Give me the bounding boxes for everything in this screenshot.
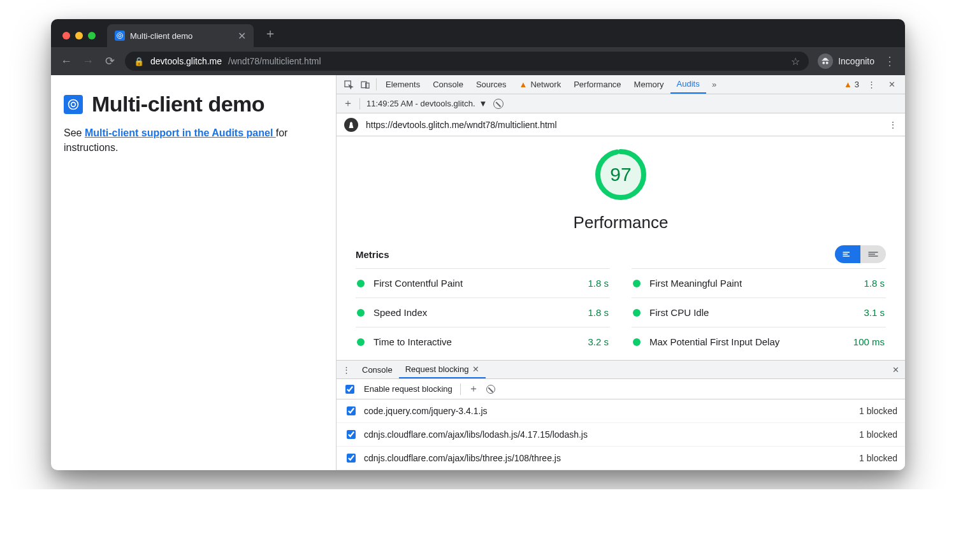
incognito-indicator[interactable]: Incognito xyxy=(818,54,874,69)
tab-network-label: Network xyxy=(530,80,561,89)
chevron-down-icon: ▼ xyxy=(479,99,488,108)
status-dot-icon xyxy=(633,280,641,287)
back-button[interactable]: ← xyxy=(60,55,73,68)
drawer-tab-bar: ⋮ Console Request blocking ✕ ✕ xyxy=(337,360,905,379)
page-heading: Multi-client demo xyxy=(64,92,323,117)
minimize-window-icon[interactable] xyxy=(75,32,83,39)
metric-fci: First CPU Idle 3.1 s xyxy=(632,298,886,327)
clear-patterns-icon[interactable] xyxy=(486,385,495,394)
drawer-tab-console[interactable]: Console xyxy=(356,361,399,378)
block-row-checkbox[interactable] xyxy=(347,454,356,463)
tab-memory[interactable]: Memory xyxy=(628,75,670,94)
warning-icon: ▲ xyxy=(844,80,852,89)
see-prefix: See xyxy=(64,127,85,138)
incognito-label: Incognito xyxy=(838,56,874,66)
tab-performance[interactable]: Performance xyxy=(567,75,627,94)
block-row: code.jquery.com/jquery-3.4.1.js 1 blocke… xyxy=(337,399,905,423)
metric-si: Speed Index 1.8 s xyxy=(356,298,610,327)
lighthouse-icon xyxy=(344,118,358,132)
metrics-view-toggle[interactable] xyxy=(835,245,886,263)
instructions-link[interactable]: Multi-client support in the Audits panel xyxy=(85,127,276,138)
devtools-settings-icon[interactable]: ⋮ xyxy=(863,80,880,89)
warning-count-badge[interactable]: ▲ 3 xyxy=(844,80,859,89)
tab-sources[interactable]: Sources xyxy=(470,75,513,94)
drawer-close-icon[interactable]: ✕ xyxy=(886,361,905,378)
close-drawer-tab-icon[interactable]: ✕ xyxy=(472,364,479,374)
incognito-icon xyxy=(818,54,833,69)
lock-icon: 🔒 xyxy=(134,57,144,66)
audits-toolbar: ＋ 11:49:25 AM - devtools.glitch. ▼ xyxy=(337,94,905,113)
inspect-element-icon[interactable] xyxy=(340,75,357,94)
page-logo-icon xyxy=(64,95,83,114)
close-tab-icon[interactable]: ✕ xyxy=(238,30,246,42)
tab-console[interactable]: Console xyxy=(426,75,470,94)
audit-row-menu-icon[interactable]: ⋮ xyxy=(888,120,897,130)
metric-tti: Time to Interactive 3.2 s xyxy=(356,327,610,356)
drawer-menu-icon[interactable]: ⋮ xyxy=(337,361,356,378)
warning-count: 3 xyxy=(855,80,859,89)
metric-value: 3.1 s xyxy=(864,307,885,318)
address-bar[interactable]: 🔒 devtools.glitch.me/wndt78/multiclient.… xyxy=(125,52,809,71)
block-pattern: cdnjs.cloudflare.com/ajax/libs/three.js/… xyxy=(364,453,561,463)
enable-blocking-label: Enable request blocking xyxy=(364,384,453,394)
more-tabs-icon[interactable]: » xyxy=(706,75,723,94)
metric-value: 3.2 s xyxy=(588,336,609,347)
block-row: cdnjs.cloudflare.com/ajax/libs/three.js/… xyxy=(337,447,905,470)
tab-network[interactable]: ▲Network xyxy=(513,75,568,94)
request-blocking-toolbar: Enable request blocking ＋ xyxy=(337,379,905,399)
zoom-window-icon[interactable] xyxy=(88,32,96,39)
status-dot-icon xyxy=(633,338,641,346)
device-toolbar-icon[interactable] xyxy=(357,75,373,94)
metric-fcp: First Contentful Paint 1.8 s xyxy=(356,268,610,298)
tab-title: Multi-client demo xyxy=(130,31,233,41)
metrics-grid: First Contentful Paint 1.8 s First Meani… xyxy=(356,268,886,356)
lighthouse-report: 97 Performance Metrics xyxy=(337,136,905,360)
block-count: 1 blocked xyxy=(859,453,897,463)
metric-label: First Contentful Paint xyxy=(373,278,463,289)
blocked-patterns-list: code.jquery.com/jquery-3.4.1.js 1 blocke… xyxy=(337,399,905,470)
tab-elements[interactable]: Elements xyxy=(379,75,426,94)
metric-label: Time to Interactive xyxy=(373,336,452,347)
block-row-checkbox[interactable] xyxy=(347,430,356,439)
score-value: 97 xyxy=(594,148,648,201)
metric-value: 1.8 s xyxy=(588,278,609,289)
page-heading-text: Multi-client demo xyxy=(92,92,264,117)
block-pattern: code.jquery.com/jquery-3.4.1.js xyxy=(364,406,488,416)
new-audit-button[interactable]: ＋ xyxy=(343,97,353,110)
add-pattern-button[interactable]: ＋ xyxy=(468,382,479,396)
tab-audits[interactable]: Audits xyxy=(670,75,706,94)
metric-value: 1.8 s xyxy=(588,307,609,318)
block-row: cdnjs.cloudflare.com/ajax/libs/lodash.js… xyxy=(337,423,905,447)
audit-snapshot-dropdown[interactable]: 11:49:25 AM - devtools.glitch. ▼ xyxy=(366,99,487,108)
enable-blocking-checkbox[interactable] xyxy=(345,385,354,394)
view-compact-icon[interactable] xyxy=(835,245,860,263)
clear-audits-icon[interactable] xyxy=(493,99,503,109)
view-expanded-icon[interactable] xyxy=(860,245,886,263)
drawer-tab-request-blocking[interactable]: Request blocking ✕ xyxy=(399,361,486,378)
new-tab-button[interactable]: ＋ xyxy=(264,25,277,42)
separator xyxy=(460,384,461,395)
separator xyxy=(359,98,360,110)
audit-snapshot-label: 11:49:25 AM - devtools.glitch. xyxy=(366,99,475,108)
close-window-icon[interactable] xyxy=(62,32,70,39)
svg-point-2 xyxy=(69,99,78,109)
audit-url-row: https://devtools.glitch.me/wndt78/multic… xyxy=(337,113,905,136)
score-gauge: 97 Performance xyxy=(356,148,886,233)
window-controls xyxy=(62,32,96,39)
chrome-toolbar: ← → ⟳ 🔒 devtools.glitch.me/wndt78/multic… xyxy=(51,47,905,75)
metric-label: Max Potential First Input Delay xyxy=(649,336,779,347)
chrome-tab-strip: Multi-client demo ✕ ＋ xyxy=(51,19,905,47)
devtools-close-icon[interactable]: ✕ xyxy=(883,80,900,89)
bookmark-star-icon[interactable]: ☆ xyxy=(791,55,800,68)
page-paragraph: See Multi-client support in the Audits p… xyxy=(64,126,323,155)
forward-button[interactable]: → xyxy=(82,55,94,68)
chrome-menu-button[interactable]: ⋮ xyxy=(883,54,896,68)
reload-button[interactable]: ⟳ xyxy=(103,54,116,68)
browser-tab[interactable]: Multi-client demo ✕ xyxy=(107,24,254,47)
status-dot-icon xyxy=(633,309,641,317)
status-dot-icon xyxy=(357,309,365,317)
drawer-tab-label: Request blocking xyxy=(405,364,469,374)
block-pattern: cdnjs.cloudflare.com/ajax/libs/lodash.js… xyxy=(364,429,588,440)
metric-value: 100 ms xyxy=(853,336,885,347)
block-row-checkbox[interactable] xyxy=(347,406,356,415)
